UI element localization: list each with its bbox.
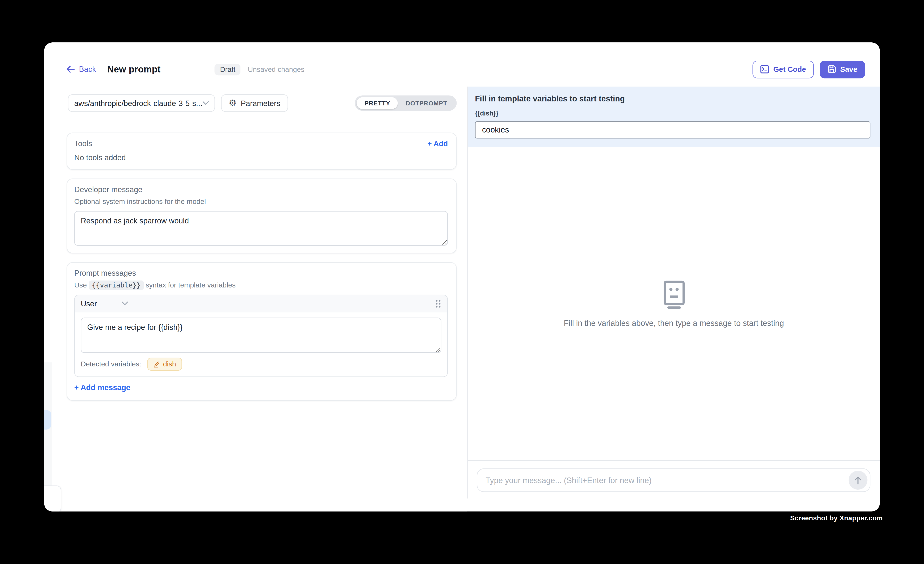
chat-input-container xyxy=(477,468,870,492)
view-mode-toggle: PRETTY DOTPROMPT xyxy=(355,96,457,111)
app-window: Back New prompt Draft Unsaved changes Ge… xyxy=(44,42,880,512)
model-selector[interactable]: aws/anthropic/bedrock-claude-3-5-s... xyxy=(68,94,215,112)
detected-variables-row: Detected variables: dish xyxy=(81,358,441,370)
back-button[interactable]: Back xyxy=(66,65,96,74)
message-role-header: User xyxy=(75,295,447,312)
send-button[interactable] xyxy=(849,471,867,490)
message-body: Give me a recipe for {{dish}} Detected v… xyxy=(75,312,447,376)
sidebar-active-item-fragment xyxy=(44,410,51,430)
robot-face-icon xyxy=(662,280,686,309)
variable-badge-label: dish xyxy=(163,360,176,368)
arrow-up-icon xyxy=(854,476,862,484)
developer-message-card: Developer message Optional system instru… xyxy=(67,178,457,253)
watermark-text: Screenshot by Xnapper.com xyxy=(790,514,883,522)
toggle-pretty[interactable]: PRETTY xyxy=(357,97,398,109)
developer-message-textarea[interactable]: Respond as jack sparrow would xyxy=(74,211,448,246)
tools-empty-text: No tools added xyxy=(74,153,448,162)
get-code-button[interactable]: Get Code xyxy=(753,60,814,78)
message-textarea[interactable]: Give me a recipe for {{dish}} xyxy=(81,318,441,353)
chat-message-input[interactable] xyxy=(484,475,849,485)
model-selector-value: aws/anthropic/bedrock-claude-3-5-s... xyxy=(74,99,202,108)
screenshot-root: Back New prompt Draft Unsaved changes Ge… xyxy=(0,0,924,564)
page-title: New prompt xyxy=(107,64,160,75)
chat-input-row xyxy=(468,460,880,498)
developer-message-subtitle: Optional system instructions for the mod… xyxy=(74,197,448,206)
back-arrow-icon xyxy=(66,65,75,73)
prompt-editor-panel: aws/anthropic/bedrock-claude-3-5-s... ⚙ … xyxy=(44,87,467,511)
status-badge: Draft xyxy=(215,63,241,75)
header: Back New prompt Draft Unsaved changes Ge… xyxy=(44,42,880,87)
corner-card-fragment xyxy=(44,486,61,511)
subtitle-prefix: Use xyxy=(74,281,89,290)
add-message-button[interactable]: + Add message xyxy=(74,383,448,392)
tools-card: Tools + Add No tools added xyxy=(67,132,457,170)
save-button[interactable]: Save xyxy=(820,60,865,78)
unsaved-changes-text: Unsaved changes xyxy=(248,65,304,73)
toggle-dotprompt[interactable]: DOTPROMPT xyxy=(398,97,455,109)
template-variables-panel: Fill in template variables to start test… xyxy=(468,87,880,147)
drag-handle-icon[interactable] xyxy=(435,299,441,308)
parameters-label: Parameters xyxy=(241,99,280,108)
chat-empty-state: Fill in the variables above, then type a… xyxy=(468,147,880,460)
test-panel-title: Fill in template variables to start test… xyxy=(475,94,870,103)
back-label: Back xyxy=(79,65,96,74)
test-panel: Fill in template variables to start test… xyxy=(467,87,880,498)
chevron-down-icon[interactable] xyxy=(122,301,129,306)
terminal-icon xyxy=(760,65,769,74)
detected-variables-label: Detected variables: xyxy=(81,360,141,368)
model-toolbar: aws/anthropic/bedrock-claude-3-5-s... ⚙ … xyxy=(68,94,457,112)
pencil-icon xyxy=(153,360,160,368)
save-label: Save xyxy=(840,65,857,73)
get-code-label: Get Code xyxy=(773,65,806,73)
variable-badge-dish[interactable]: dish xyxy=(147,358,182,370)
variable-syntax-chip: {{variable}} xyxy=(89,280,144,290)
variable-value-input[interactable] xyxy=(475,122,870,138)
prompt-messages-subtitle: Use {{variable}} syntax for template var… xyxy=(74,281,448,290)
prompt-messages-card: Prompt messages Use {{variable}} syntax … xyxy=(67,262,457,400)
tools-title: Tools xyxy=(74,139,92,148)
add-tool-button[interactable]: + Add xyxy=(428,140,448,148)
prompt-messages-title: Prompt messages xyxy=(74,269,448,278)
parameters-button[interactable]: ⚙ Parameters xyxy=(221,94,288,112)
message-block: User Give me a recipe for {{dish}} xyxy=(74,295,448,377)
gear-icon: ⚙ xyxy=(229,99,237,108)
chevron-down-icon xyxy=(202,101,209,105)
save-floppy-icon xyxy=(827,65,836,74)
body-split: aws/anthropic/bedrock-claude-3-5-s... ⚙ … xyxy=(44,87,880,511)
variable-name-label: {{dish}} xyxy=(475,110,870,117)
role-select[interactable]: User xyxy=(81,299,97,308)
empty-state-text: Fill in the variables above, then type a… xyxy=(564,318,784,327)
subtitle-suffix: syntax for template variables xyxy=(144,281,236,290)
developer-message-title: Developer message xyxy=(74,185,448,194)
